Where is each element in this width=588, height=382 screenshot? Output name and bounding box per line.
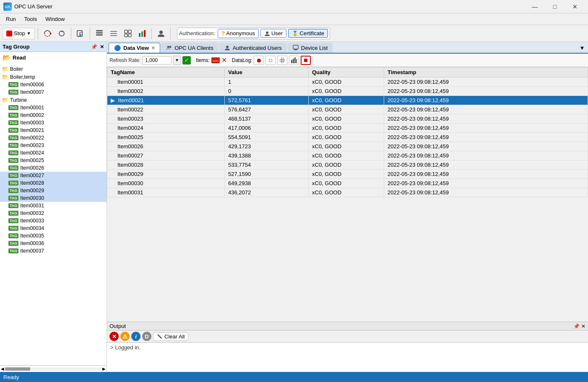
- export-button[interactable]: [74, 28, 87, 39]
- tree-label: Item00001: [20, 105, 44, 111]
- tree-item-item00030[interactable]: TAG Item00030: [0, 194, 107, 202]
- datalog-stop-button[interactable]: [301, 56, 311, 65]
- close-button[interactable]: ✕: [565, 0, 585, 13]
- apply-refresh-button[interactable]: ✓: [182, 56, 191, 65]
- datalog-grid-button[interactable]: [277, 56, 287, 65]
- table-row[interactable]: Item00029 527,1590 xC0, GOOD 2022-05-23 …: [107, 170, 588, 179]
- table-row[interactable]: Item00023 468,5137 xC0, GOOD 2022-05-23 …: [107, 114, 588, 124]
- sidebar-close-icon[interactable]: ✕: [100, 44, 104, 50]
- col-timestamp[interactable]: Timestamp: [384, 67, 588, 77]
- data-view-tab-close[interactable]: ✕: [151, 46, 155, 50]
- tree-item-item00002[interactable]: TAG Item00002: [0, 111, 107, 119]
- clear-icon: [157, 333, 163, 339]
- tab-auth-users[interactable]: Authenticated Users: [219, 43, 287, 53]
- tree-item-item00031[interactable]: TAG Item00031: [0, 202, 107, 209]
- tree-item-boiler-temp[interactable]: 📁 Boiler,temp: [0, 73, 107, 81]
- list-view-button[interactable]: [107, 28, 120, 39]
- output-debug-filter[interactable]: D: [142, 332, 151, 341]
- table-row[interactable]: Item00001 1 xC0, GOOD 2022-05-23 09:08:1…: [107, 77, 588, 87]
- tree-item-item00003[interactable]: TAG Item00003: [0, 119, 107, 126]
- output-info-filter[interactable]: i: [131, 332, 140, 341]
- tree-item-boiler[interactable]: 📁 Boiler: [0, 65, 107, 73]
- items-minus-button[interactable]: —: [211, 57, 220, 63]
- reconnect-button[interactable]: [41, 28, 54, 39]
- tab-opc-clients[interactable]: OPC UA Clients: [161, 43, 218, 53]
- tree-item-item00006[interactable]: TAG Item00006: [0, 81, 107, 88]
- cell-quality: xC0, GOOD: [309, 142, 384, 151]
- tree-item-item00021[interactable]: TAG Item00021: [0, 126, 107, 134]
- tab-device-list[interactable]: Device List: [288, 43, 333, 53]
- tree-item-item00022[interactable]: TAG Item00022: [0, 134, 107, 142]
- chart-view-button[interactable]: [136, 28, 148, 39]
- tree-item-item00027[interactable]: TAG Item00027: [0, 172, 107, 179]
- items-remove-button[interactable]: ✕: [221, 56, 227, 64]
- table-row[interactable]: Item00022 576,6427 xC0, GOOD 2022-05-23 …: [107, 105, 588, 114]
- tree-item-item00028[interactable]: TAG Item00028: [0, 179, 107, 187]
- output-warning-filter[interactable]: ⚠: [120, 332, 130, 341]
- col-value[interactable]: Value: [225, 67, 309, 77]
- table-row[interactable]: Item00002 0 xC0, GOOD 2022-05-23 09:08:1…: [107, 87, 588, 96]
- table-row[interactable]: Item00026 429,1723 xC0, GOOD 2022-05-23 …: [107, 142, 588, 151]
- refresh-button[interactable]: [55, 28, 68, 39]
- menu-run[interactable]: Run: [2, 14, 20, 24]
- tree-item-item00037[interactable]: TAG Item00037: [0, 247, 107, 255]
- datalog-chart-button[interactable]: [289, 56, 299, 65]
- tree-item-item00025[interactable]: TAG Item00025: [0, 157, 107, 164]
- tree-item-item00023[interactable]: TAG Item00023: [0, 142, 107, 149]
- maximize-button[interactable]: □: [545, 0, 565, 13]
- scroll-track[interactable]: [5, 367, 101, 371]
- refresh-rate-dropdown[interactable]: ▼: [173, 56, 181, 65]
- tag-badge: TAG: [8, 241, 18, 246]
- output-pin-icon[interactable]: 📌: [573, 323, 580, 329]
- tree-item-item00035[interactable]: TAG Item00035: [0, 232, 107, 240]
- datalog-square-button[interactable]: □: [265, 56, 276, 65]
- cell-timestamp: 2022-05-23 09:08:12,459: [384, 170, 588, 179]
- tree-item-turbine[interactable]: 📁 Turbine: [0, 96, 107, 104]
- minimize-button[interactable]: —: [525, 0, 544, 13]
- tree-item-item00026[interactable]: TAG Item00026: [0, 164, 107, 172]
- tab-dropdown-button[interactable]: ▼: [578, 43, 586, 53]
- auth-user-button[interactable]: User: [260, 29, 286, 38]
- table-row[interactable]: Item00025 554,5091 xC0, GOOD 2022-05-23 …: [107, 133, 588, 142]
- col-tagname[interactable]: TagName: [107, 67, 225, 77]
- table-row[interactable]: Item00031 436,2072 xC0, GOOD 2022-05-23 …: [107, 188, 588, 197]
- scroll-left-icon[interactable]: ◀: [0, 367, 5, 371]
- auth-users-tab-label: Authenticated Users: [233, 45, 282, 51]
- output-clear-button[interactable]: Clear All: [153, 332, 188, 341]
- pin-icon[interactable]: 📌: [91, 44, 97, 50]
- auth-certificate-button[interactable]: 🏅 Certificate: [288, 29, 328, 38]
- datalog-record-button[interactable]: ⏺: [254, 56, 264, 65]
- tree-item-item00034[interactable]: TAG Item00034: [0, 225, 107, 232]
- tree-item-item00024[interactable]: TAG Item00024: [0, 149, 107, 157]
- output-error-filter[interactable]: ✕: [109, 332, 119, 341]
- tree-item-item00033[interactable]: TAG Item00033: [0, 217, 107, 225]
- auth-section: Authentication: ? Anonymous User 🏅 Certi…: [177, 28, 330, 39]
- read-folder[interactable]: 📂 Read: [0, 52, 107, 63]
- menu-window[interactable]: Window: [41, 14, 69, 24]
- col-quality[interactable]: Quality: [309, 67, 384, 77]
- user-button[interactable]: [155, 28, 167, 39]
- tree-item-item00032[interactable]: TAG Item00032: [0, 209, 107, 217]
- table-row[interactable]: ▶ Item00021 572,5761 xC0, GOOD 2022-05-2…: [107, 96, 588, 105]
- table-row[interactable]: Item00028 533,7754 xC0, GOOD 2022-05-23 …: [107, 160, 588, 170]
- tree-item-item00007[interactable]: TAG Item00007: [0, 88, 107, 96]
- table-row[interactable]: Item00030 649,2938 xC0, GOOD 2022-05-23 …: [107, 179, 588, 188]
- menu-tools[interactable]: Tools: [20, 14, 41, 24]
- tab-data-view[interactable]: 🔵 Data View ✕: [109, 43, 160, 53]
- refresh-rate-input[interactable]: [142, 56, 172, 65]
- output-close-icon[interactable]: ✕: [581, 323, 585, 329]
- tree-item-item00036[interactable]: TAG Item00036: [0, 240, 107, 247]
- scroll-right-icon[interactable]: ▶: [101, 367, 107, 371]
- tree-item-item00029[interactable]: TAG Item00029: [0, 187, 107, 194]
- stop-button[interactable]: Stop ▼: [3, 28, 35, 39]
- auth-anonymous-label: Anonymous: [226, 30, 255, 36]
- table-row[interactable]: Item00027 439,1388 xC0, GOOD 2022-05-23 …: [107, 151, 588, 160]
- sidebar-horizontal-scrollbar[interactable]: ◀ ▶: [0, 365, 107, 372]
- tree-item-item00001[interactable]: TAG Item00001: [0, 104, 107, 111]
- tree-view-button[interactable]: [93, 28, 106, 39]
- auth-anonymous-button[interactable]: ? Anonymous: [218, 29, 259, 38]
- group-view-button[interactable]: [122, 28, 134, 39]
- stop-dropdown-icon[interactable]: ▼: [27, 31, 31, 36]
- table-row[interactable]: Item00024 417,0006 xC0, GOOD 2022-05-23 …: [107, 124, 588, 133]
- tag-badge: TAG: [8, 211, 18, 216]
